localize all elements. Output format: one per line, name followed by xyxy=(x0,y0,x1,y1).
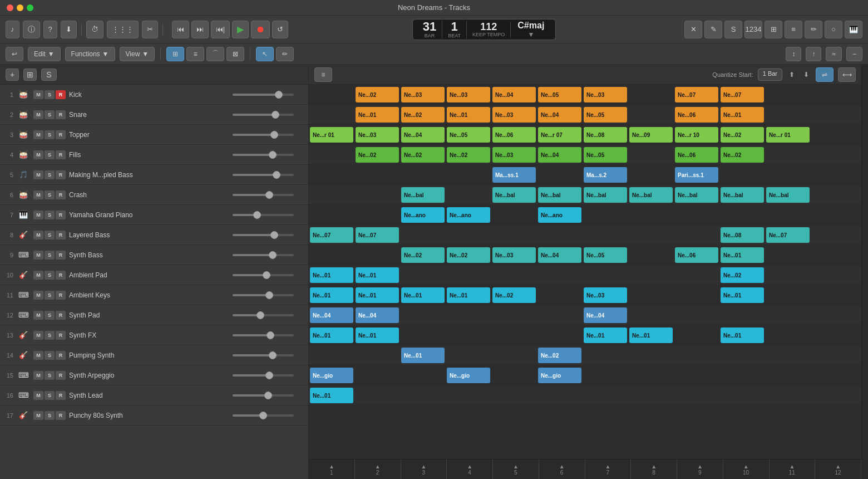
track-row[interactable]: 17 🎸 M S R Punchy 80s Synth xyxy=(0,405,308,426)
fader-knob[interactable] xyxy=(269,351,277,359)
clip[interactable]: Ne...02 xyxy=(447,247,490,263)
mute-button[interactable]: M xyxy=(33,231,43,240)
arr-track-row[interactable]: Ne...balNe...balNe...balNe...balNe...bal… xyxy=(309,185,861,205)
arr-track-row[interactable]: Ne...01Ne...01Ne...02 xyxy=(309,265,861,285)
record-button[interactable]: R xyxy=(56,150,66,159)
quantize-down-arrow[interactable]: ⬇ xyxy=(801,71,811,79)
clip[interactable]: Ne...05 xyxy=(584,247,627,263)
solo-button[interactable]: S xyxy=(45,130,55,139)
track-row[interactable]: 13 🎸 M S R Synth FX xyxy=(0,325,308,345)
ruler-segment[interactable]: ▲2 xyxy=(355,460,401,479)
mute-button[interactable]: M xyxy=(33,130,43,139)
track-row[interactable]: 16 ⌨ M S R Synth Lead xyxy=(0,385,308,405)
to-start-button[interactable]: ⏮| xyxy=(211,21,230,38)
solo-button[interactable]: S xyxy=(41,69,57,81)
link-button[interactable]: ⌒ xyxy=(206,47,224,61)
fader-knob[interactable] xyxy=(270,231,278,239)
fader-knob[interactable] xyxy=(273,171,280,179)
track-row[interactable]: 10 🎸 M S R Ambient Pad xyxy=(0,265,308,285)
track-fader[interactable] xyxy=(233,274,305,276)
track-fader[interactable] xyxy=(233,214,305,216)
clip[interactable]: Ne...01 xyxy=(310,388,353,403)
fader-knob[interactable] xyxy=(263,271,270,279)
track-fader[interactable] xyxy=(233,174,305,176)
fader-knob[interactable] xyxy=(270,131,278,139)
minimize-button[interactable] xyxy=(17,4,23,11)
ruler-segment[interactable]: ▲12 xyxy=(815,460,861,479)
quantize-up-arrow[interactable]: ⬆ xyxy=(787,71,797,79)
clip[interactable]: Ne...bal xyxy=(584,187,627,203)
clip[interactable]: Ne...03 xyxy=(356,127,399,143)
solo-button[interactable]: S xyxy=(45,351,55,360)
clip[interactable]: Ne...04 xyxy=(356,307,399,323)
record-button[interactable]: R xyxy=(56,190,66,199)
clip[interactable]: Ne...02 xyxy=(401,107,445,123)
clip[interactable]: Ne...06 xyxy=(675,147,718,163)
clip[interactable]: Ne...02 xyxy=(447,147,490,163)
fader-knob[interactable] xyxy=(275,91,283,99)
arr-track-row[interactable]: Ne...gioNe...gioNe...gio xyxy=(309,365,861,385)
mute-button[interactable]: M xyxy=(33,271,43,280)
clip[interactable]: Ne...01 xyxy=(629,328,673,343)
arr-track-row[interactable]: Ne...r 01Ne...03Ne...04Ne...05Ne...06Ne.… xyxy=(309,125,861,145)
record-button[interactable]: R xyxy=(56,391,66,400)
clip[interactable]: Ne...06 xyxy=(492,127,536,143)
clip[interactable]: Ne...04 xyxy=(310,307,353,323)
mute-button[interactable]: M xyxy=(33,331,43,340)
record-button[interactable]: ⏺ xyxy=(251,21,270,38)
clip[interactable]: Ne...07 xyxy=(766,227,810,243)
clip[interactable]: Ne...01 xyxy=(356,328,399,343)
clip[interactable]: Ne...ano xyxy=(401,207,445,223)
track-row[interactable]: 14 🎸 M S R Pumping Synth xyxy=(0,345,308,365)
track-row[interactable]: 7 🎹 M S R Yamaha Grand Piano xyxy=(0,205,308,225)
solo-button[interactable]: S xyxy=(45,90,55,99)
list-icon[interactable]: ≡ xyxy=(785,21,802,38)
clip[interactable]: Ne...01 xyxy=(447,287,490,303)
arr-expand-button[interactable]: ⟷ xyxy=(838,67,856,82)
clip[interactable]: Ne...bal xyxy=(766,187,810,203)
scrollbar-right[interactable] xyxy=(861,65,868,479)
clip[interactable]: Ne...07 xyxy=(675,87,718,102)
track-row[interactable]: 12 ⌨ M S R Synth Pad xyxy=(0,305,308,325)
fader-knob[interactable] xyxy=(267,331,274,339)
track-fader[interactable] xyxy=(233,334,305,336)
ruler-segment[interactable]: ▲10 xyxy=(723,460,770,479)
clip[interactable]: Ne...01 xyxy=(401,348,445,363)
back-button[interactable]: ↩ xyxy=(6,47,23,61)
ruler-segment[interactable]: ▲5 xyxy=(493,460,539,479)
clip[interactable]: Ma...ss.1 xyxy=(492,167,536,183)
ruler-segment[interactable]: ▲7 xyxy=(585,460,632,479)
track-fader[interactable] xyxy=(233,194,305,196)
mute-button[interactable]: M xyxy=(33,110,43,119)
track-fader[interactable] xyxy=(233,414,305,417)
fader-knob[interactable] xyxy=(269,251,277,259)
cycle-button[interactable]: ↺ xyxy=(272,21,288,38)
arr-track-row[interactable]: Ne...01Ne...02Ne...01Ne...03Ne...04Ne...… xyxy=(309,105,861,125)
clip[interactable]: Ne...04 xyxy=(401,127,445,143)
clip[interactable]: Ne...bal xyxy=(538,187,581,203)
clip[interactable]: Ne...01 xyxy=(310,328,353,343)
ruler-segment[interactable]: ▲1 xyxy=(309,460,355,479)
clip[interactable]: Ne...08 xyxy=(721,227,764,243)
mute-button[interactable]: M xyxy=(33,311,43,320)
clip[interactable]: Ne...01 xyxy=(721,107,764,123)
fader-knob[interactable] xyxy=(265,291,273,299)
fast-forward-button[interactable]: ⏭ xyxy=(191,21,209,38)
add-track-button[interactable]: + xyxy=(6,69,19,81)
clip[interactable]: Ne...01 xyxy=(721,247,764,263)
record-button[interactable]: R xyxy=(56,110,66,119)
solo-button[interactable]: S xyxy=(45,150,55,159)
arr-track-row[interactable]: Ne...01 xyxy=(309,385,861,405)
close-button[interactable] xyxy=(7,4,13,11)
clip[interactable]: Ne...ano xyxy=(538,207,581,223)
track-fader[interactable] xyxy=(233,154,305,156)
record-button[interactable]: R xyxy=(56,170,66,179)
clip[interactable]: Ne...04 xyxy=(538,147,581,163)
arr-swap-button[interactable]: ⇌ xyxy=(816,67,834,82)
solo-button[interactable]: S xyxy=(45,411,55,420)
clip[interactable]: Ne...03 xyxy=(447,87,490,102)
clip[interactable]: Ne...04 xyxy=(538,107,581,123)
record-button[interactable]: R xyxy=(56,311,66,320)
clip[interactable]: Ne...05 xyxy=(538,87,581,102)
edit-icon[interactable]: ✏ xyxy=(805,21,822,38)
